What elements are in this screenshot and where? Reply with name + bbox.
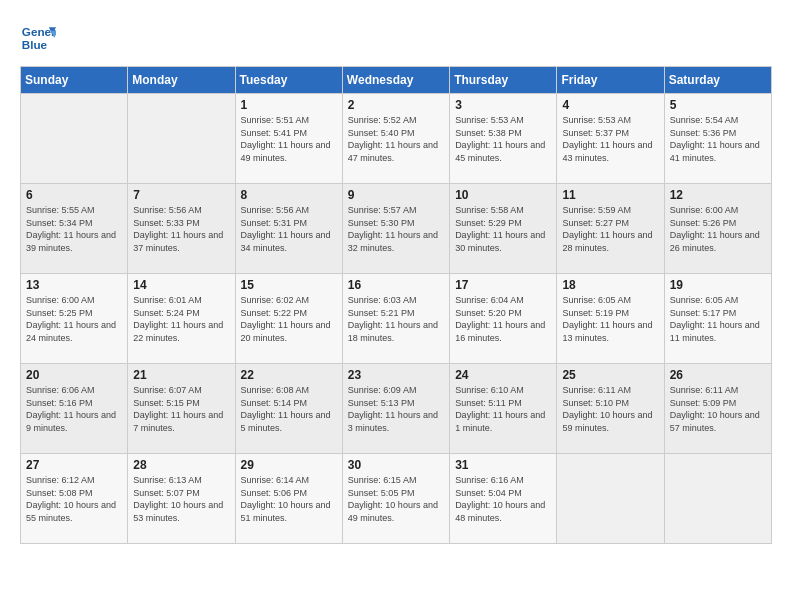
calendar-cell: 8Sunrise: 5:56 AM Sunset: 5:31 PM Daylig… [235,184,342,274]
day-info: Sunrise: 6:06 AM Sunset: 5:16 PM Dayligh… [26,384,122,434]
day-number: 13 [26,278,122,292]
day-info: Sunrise: 5:56 AM Sunset: 5:31 PM Dayligh… [241,204,337,254]
day-number: 19 [670,278,766,292]
day-number: 11 [562,188,658,202]
day-number: 18 [562,278,658,292]
day-info: Sunrise: 5:51 AM Sunset: 5:41 PM Dayligh… [241,114,337,164]
day-number: 1 [241,98,337,112]
calendar-cell: 31Sunrise: 6:16 AM Sunset: 5:04 PM Dayli… [450,454,557,544]
day-info: Sunrise: 5:59 AM Sunset: 5:27 PM Dayligh… [562,204,658,254]
day-info: Sunrise: 6:10 AM Sunset: 5:11 PM Dayligh… [455,384,551,434]
logo-icon: General Blue [20,20,56,56]
calendar-header-sunday: Sunday [21,67,128,94]
day-number: 2 [348,98,444,112]
day-number: 17 [455,278,551,292]
day-info: Sunrise: 5:58 AM Sunset: 5:29 PM Dayligh… [455,204,551,254]
day-number: 5 [670,98,766,112]
day-info: Sunrise: 6:02 AM Sunset: 5:22 PM Dayligh… [241,294,337,344]
day-info: Sunrise: 6:12 AM Sunset: 5:08 PM Dayligh… [26,474,122,524]
day-info: Sunrise: 5:56 AM Sunset: 5:33 PM Dayligh… [133,204,229,254]
day-number: 21 [133,368,229,382]
calendar-header-wednesday: Wednesday [342,67,449,94]
day-number: 6 [26,188,122,202]
calendar-cell: 10Sunrise: 5:58 AM Sunset: 5:29 PM Dayli… [450,184,557,274]
day-info: Sunrise: 6:08 AM Sunset: 5:14 PM Dayligh… [241,384,337,434]
calendar-week-row: 13Sunrise: 6:00 AM Sunset: 5:25 PM Dayli… [21,274,772,364]
day-number: 26 [670,368,766,382]
day-number: 28 [133,458,229,472]
calendar-cell: 19Sunrise: 6:05 AM Sunset: 5:17 PM Dayli… [664,274,771,364]
day-info: Sunrise: 6:05 AM Sunset: 5:17 PM Dayligh… [670,294,766,344]
day-number: 8 [241,188,337,202]
day-info: Sunrise: 5:52 AM Sunset: 5:40 PM Dayligh… [348,114,444,164]
svg-text:General: General [22,25,56,38]
day-number: 16 [348,278,444,292]
svg-text:Blue: Blue [22,38,48,51]
calendar-cell: 6Sunrise: 5:55 AM Sunset: 5:34 PM Daylig… [21,184,128,274]
day-info: Sunrise: 6:01 AM Sunset: 5:24 PM Dayligh… [133,294,229,344]
day-number: 9 [348,188,444,202]
calendar-cell: 13Sunrise: 6:00 AM Sunset: 5:25 PM Dayli… [21,274,128,364]
day-number: 27 [26,458,122,472]
day-number: 7 [133,188,229,202]
day-info: Sunrise: 6:04 AM Sunset: 5:20 PM Dayligh… [455,294,551,344]
page-header: General Blue [20,20,772,56]
day-info: Sunrise: 5:55 AM Sunset: 5:34 PM Dayligh… [26,204,122,254]
day-number: 3 [455,98,551,112]
calendar-cell: 26Sunrise: 6:11 AM Sunset: 5:09 PM Dayli… [664,364,771,454]
calendar-table: SundayMondayTuesdayWednesdayThursdayFrid… [20,66,772,544]
calendar-cell: 11Sunrise: 5:59 AM Sunset: 5:27 PM Dayli… [557,184,664,274]
day-info: Sunrise: 6:15 AM Sunset: 5:05 PM Dayligh… [348,474,444,524]
calendar-cell [664,454,771,544]
calendar-cell: 16Sunrise: 6:03 AM Sunset: 5:21 PM Dayli… [342,274,449,364]
day-number: 15 [241,278,337,292]
day-info: Sunrise: 6:00 AM Sunset: 5:25 PM Dayligh… [26,294,122,344]
calendar-cell: 17Sunrise: 6:04 AM Sunset: 5:20 PM Dayli… [450,274,557,364]
day-info: Sunrise: 6:16 AM Sunset: 5:04 PM Dayligh… [455,474,551,524]
day-number: 30 [348,458,444,472]
day-number: 4 [562,98,658,112]
calendar-cell: 23Sunrise: 6:09 AM Sunset: 5:13 PM Dayli… [342,364,449,454]
day-number: 31 [455,458,551,472]
calendar-cell: 5Sunrise: 5:54 AM Sunset: 5:36 PM Daylig… [664,94,771,184]
calendar-cell: 7Sunrise: 5:56 AM Sunset: 5:33 PM Daylig… [128,184,235,274]
day-info: Sunrise: 5:57 AM Sunset: 5:30 PM Dayligh… [348,204,444,254]
calendar-cell: 4Sunrise: 5:53 AM Sunset: 5:37 PM Daylig… [557,94,664,184]
day-number: 25 [562,368,658,382]
calendar-cell: 3Sunrise: 5:53 AM Sunset: 5:38 PM Daylig… [450,94,557,184]
calendar-cell: 29Sunrise: 6:14 AM Sunset: 5:06 PM Dayli… [235,454,342,544]
calendar-cell: 9Sunrise: 5:57 AM Sunset: 5:30 PM Daylig… [342,184,449,274]
day-number: 10 [455,188,551,202]
calendar-cell: 2Sunrise: 5:52 AM Sunset: 5:40 PM Daylig… [342,94,449,184]
day-number: 12 [670,188,766,202]
calendar-cell: 30Sunrise: 6:15 AM Sunset: 5:05 PM Dayli… [342,454,449,544]
day-info: Sunrise: 6:07 AM Sunset: 5:15 PM Dayligh… [133,384,229,434]
calendar-cell: 14Sunrise: 6:01 AM Sunset: 5:24 PM Dayli… [128,274,235,364]
day-info: Sunrise: 6:13 AM Sunset: 5:07 PM Dayligh… [133,474,229,524]
calendar-cell: 22Sunrise: 6:08 AM Sunset: 5:14 PM Dayli… [235,364,342,454]
calendar-cell: 20Sunrise: 6:06 AM Sunset: 5:16 PM Dayli… [21,364,128,454]
day-number: 23 [348,368,444,382]
day-number: 29 [241,458,337,472]
calendar-cell: 15Sunrise: 6:02 AM Sunset: 5:22 PM Dayli… [235,274,342,364]
calendar-cell: 25Sunrise: 6:11 AM Sunset: 5:10 PM Dayli… [557,364,664,454]
calendar-cell [128,94,235,184]
day-info: Sunrise: 5:54 AM Sunset: 5:36 PM Dayligh… [670,114,766,164]
day-number: 20 [26,368,122,382]
calendar-cell: 28Sunrise: 6:13 AM Sunset: 5:07 PM Dayli… [128,454,235,544]
day-info: Sunrise: 6:05 AM Sunset: 5:19 PM Dayligh… [562,294,658,344]
calendar-week-row: 20Sunrise: 6:06 AM Sunset: 5:16 PM Dayli… [21,364,772,454]
day-info: Sunrise: 6:03 AM Sunset: 5:21 PM Dayligh… [348,294,444,344]
day-number: 22 [241,368,337,382]
day-number: 24 [455,368,551,382]
calendar-cell: 12Sunrise: 6:00 AM Sunset: 5:26 PM Dayli… [664,184,771,274]
calendar-header-saturday: Saturday [664,67,771,94]
day-info: Sunrise: 6:14 AM Sunset: 5:06 PM Dayligh… [241,474,337,524]
day-number: 14 [133,278,229,292]
logo: General Blue [20,20,60,56]
calendar-cell: 24Sunrise: 6:10 AM Sunset: 5:11 PM Dayli… [450,364,557,454]
calendar-cell: 18Sunrise: 6:05 AM Sunset: 5:19 PM Dayli… [557,274,664,364]
calendar-header-monday: Monday [128,67,235,94]
calendar-header-friday: Friday [557,67,664,94]
day-info: Sunrise: 5:53 AM Sunset: 5:37 PM Dayligh… [562,114,658,164]
